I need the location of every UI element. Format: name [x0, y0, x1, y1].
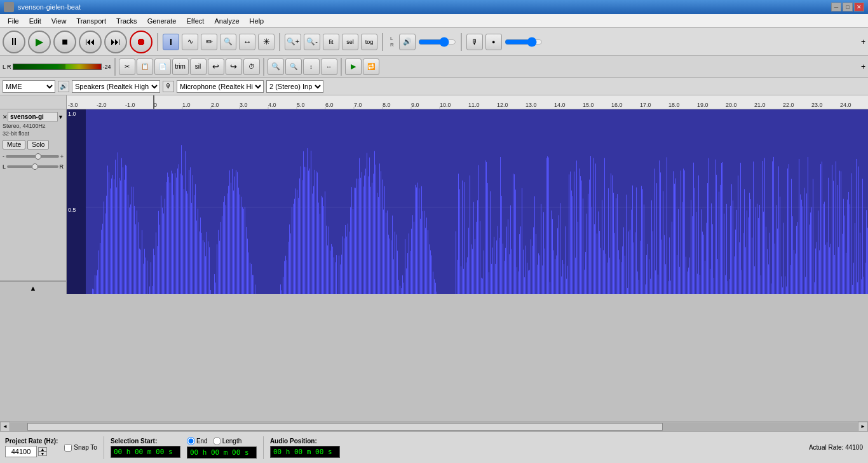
bottom-divider2 [263, 436, 264, 459]
track-name[interactable]: svenson-gi [8, 112, 58, 121]
zoom-in-button[interactable]: 🔍+ [285, 34, 301, 50]
divider2 [279, 33, 280, 51]
toolbar-expand-button[interactable]: + [861, 38, 865, 46]
end-radio[interactable] [187, 437, 195, 445]
recording-volume-slider[interactable] [505, 38, 543, 46]
sync-button[interactable]: ⏱ [243, 59, 260, 75]
pan-slider-thumb[interactable] [32, 163, 38, 170]
menu-transport[interactable]: Transport [71, 14, 111, 27]
host-select[interactable]: MME DirectSound WASAPI [3, 80, 55, 93]
project-rate-value[interactable]: 44100 [5, 446, 37, 457]
mic-device-icon: 🎙 [163, 81, 174, 92]
record-button[interactable]: ⏺ [130, 31, 153, 53]
zoom-out-button[interactable]: 🔍- [304, 34, 320, 50]
svg-text:23.0: 23.0 [811, 102, 823, 108]
zoom-in-wave-button[interactable]: 🔍 [268, 59, 284, 75]
volume-slider-thumb[interactable] [35, 153, 41, 160]
mute-button[interactable]: Mute [3, 140, 25, 149]
pan-slider-track[interactable] [7, 165, 58, 168]
menu-view[interactable]: View [46, 14, 72, 27]
envelope-tool-button[interactable]: ∿ [182, 34, 198, 50]
svg-text:20.0: 20.0 [726, 102, 737, 108]
svg-text:15.0: 15.0 [583, 102, 594, 108]
project-rate-input-row: 44100 ▲ ▼ [5, 446, 58, 457]
playback-volume-slider[interactable] [418, 38, 456, 46]
toolbar1: ⏸ ▶ ■ ⏮ ⏭ ⏺ I ∿ ✏ 🔍 ↔ ✳ 🔍+ 🔍- fit sel to… [0, 28, 868, 56]
scroll-left-arrow[interactable]: ◄ [0, 422, 10, 432]
paste-button[interactable]: 📄 [154, 59, 171, 75]
svg-text:4.0: 4.0 [268, 102, 276, 108]
menu-edit[interactable]: Edit [24, 14, 46, 27]
solo-button[interactable]: Solo [27, 140, 49, 149]
menu-help[interactable]: Help [245, 14, 269, 27]
mic-button[interactable]: 🎙 [466, 34, 483, 50]
playback-volume-button[interactable]: 🔊 [399, 34, 416, 50]
menu-analyze[interactable]: Analyze [209, 14, 244, 27]
length-radio[interactable] [213, 437, 221, 445]
zoom-out-wave-button[interactable]: 🔍 [285, 59, 302, 75]
fit-vertically-button[interactable]: ↕ [303, 59, 320, 75]
actual-rate-label: Actual Rate: [809, 444, 843, 451]
snap-to-checkbox[interactable] [64, 444, 72, 452]
selection-tool-button[interactable]: I [163, 34, 179, 50]
pause-button[interactable]: ⏸ [3, 31, 25, 53]
output-meter: L R [390, 36, 394, 48]
pan-slider-row: L R [3, 163, 64, 170]
fit-horizontally-button[interactable]: ↔ [321, 59, 337, 75]
undo-button[interactable]: ↩ [208, 59, 224, 75]
track-menu-icon[interactable]: ▼ [58, 114, 64, 120]
waveform-top: 1.0 0.5 0.0 -0.5 -1.0 [67, 109, 868, 294]
loop-button[interactable]: 🔁 [363, 59, 379, 75]
cut-button[interactable]: ✂ [119, 59, 135, 75]
zoom-tool-button[interactable]: 🔍 [220, 34, 236, 50]
stop-button[interactable]: ■ [53, 31, 76, 53]
scroll-track[interactable] [10, 422, 858, 431]
output-device-select[interactable]: Speakers (Realtek High [72, 80, 160, 93]
rate-down-button[interactable]: ▼ [38, 452, 47, 456]
toolbar2-expand-button[interactable]: + [861, 62, 865, 71]
volume-slider-track[interactable] [6, 155, 59, 158]
play-button[interactable]: ▶ [28, 31, 51, 53]
rate-up-button[interactable]: ▲ [38, 447, 47, 452]
vu-meter-overlay [13, 64, 66, 69]
trim-button[interactable]: trim [172, 59, 189, 75]
multi-tool-button[interactable]: ✳ [258, 34, 275, 50]
draw-tool-button[interactable]: ✏ [201, 34, 217, 50]
end-length-time[interactable]: 00 h 00 m 00 s [187, 446, 257, 459]
playback-meter-row: L R -24 [3, 64, 111, 70]
actual-rate-section: Actual Rate: 44100 [809, 444, 863, 451]
forward-button[interactable]: ⏭ [104, 31, 127, 53]
copy-button[interactable]: 📋 [137, 59, 153, 75]
menu-tracks[interactable]: Tracks [111, 14, 142, 27]
menu-file[interactable]: File [3, 14, 24, 27]
fit-project-button[interactable]: fit [323, 34, 339, 50]
scroll-thumb[interactable] [27, 423, 663, 431]
silence-button[interactable]: sil [190, 59, 207, 75]
svg-text:9.0: 9.0 [411, 102, 419, 108]
zoom-selection-button[interactable]: sel [342, 34, 358, 50]
track-collapse-button[interactable]: ▲ [0, 281, 66, 294]
redo-button[interactable]: ↪ [226, 59, 242, 75]
rewind-button[interactable]: ⏮ [79, 31, 102, 53]
maximize-button[interactable]: □ [843, 3, 853, 11]
end-radio-label: End [187, 437, 208, 445]
minimize-button[interactable]: ─ [831, 3, 841, 11]
selection-start-time[interactable]: 00 h 00 m 00 s [111, 446, 180, 458]
svg-text:2.0: 2.0 [211, 102, 219, 108]
menu-generate[interactable]: Generate [142, 14, 182, 27]
divider7 [341, 58, 342, 76]
menu-effect[interactable]: Effect [182, 14, 210, 27]
play-cursor-button[interactable]: ▶ [345, 59, 362, 75]
input-device-select[interactable]: Microphone (Realtek Hi [177, 80, 264, 93]
zoom-toggle-button[interactable]: tog [361, 34, 377, 50]
close-button[interactable]: ✕ [854, 3, 864, 11]
rec-meter-button[interactable]: ● [485, 34, 502, 50]
channels-select[interactable]: 2 (Stereo) Inp 1 (Mono) Inp [266, 80, 323, 93]
scroll-right-arrow[interactable]: ► [858, 422, 868, 432]
svg-text:14.0: 14.0 [554, 102, 566, 108]
audio-position-time[interactable]: 00 h 00 m 00 s [270, 446, 340, 458]
horizontal-scrollbar: ◄ ► [0, 421, 868, 431]
timeshift-tool-button[interactable]: ↔ [239, 34, 255, 50]
track-close-icon[interactable]: ✕ [3, 114, 8, 120]
svg-text:-2.0: -2.0 [97, 102, 107, 108]
